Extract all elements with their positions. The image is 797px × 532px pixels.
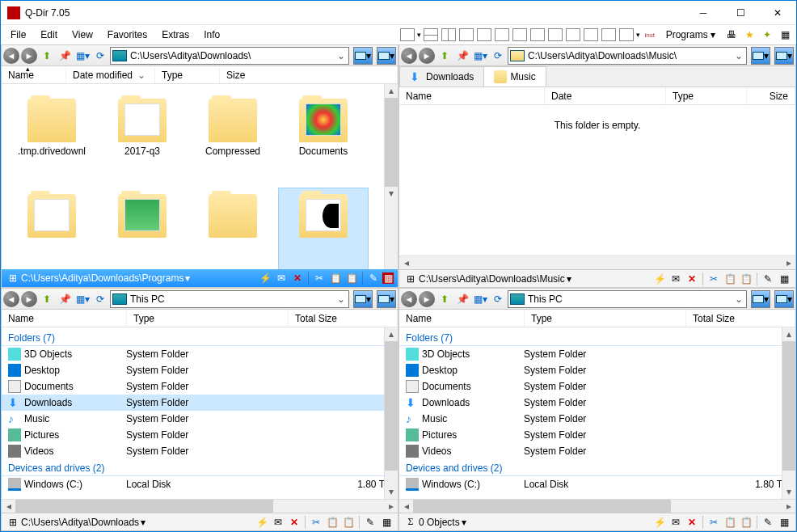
grid-icon[interactable]: ▦ (777, 272, 791, 286)
menu-info[interactable]: Info (197, 27, 226, 42)
tree-icon[interactable]: ⊞ (6, 271, 20, 285)
flash-icon[interactable]: ⚡ (652, 515, 667, 530)
refresh-icon[interactable]: ⟳ (490, 48, 506, 64)
col-type[interactable]: Type (127, 310, 289, 327)
folder-item[interactable]: Compressed (188, 92, 278, 188)
list-item[interactable]: Pictures System Folder (2, 427, 398, 443)
view-options-icon[interactable]: ▦▾ (74, 48, 91, 64)
paste-icon[interactable]: 📋 (739, 272, 753, 286)
col-date[interactable]: Date modified⌄ (66, 66, 155, 83)
tree-icon[interactable]: ⊞ (403, 272, 418, 286)
list-item[interactable]: Music System Folder (399, 411, 795, 427)
layout-4a-icon[interactable] (530, 28, 545, 41)
col-name[interactable]: Name (399, 310, 525, 327)
layout-4e-icon[interactable] (601, 28, 616, 41)
forward-button[interactable]: ► (419, 291, 435, 307)
list-item[interactable]: Downloads System Folder (2, 395, 398, 411)
layout-2h-icon[interactable] (424, 28, 438, 41)
edit-icon[interactable]: ✎ (366, 271, 381, 285)
layout-4d-icon[interactable] (584, 28, 598, 41)
copy-icon[interactable]: 📋 (723, 515, 737, 530)
tab-downloads[interactable]: Downloads (399, 66, 484, 87)
maximize-button[interactable]: ☐ (722, 1, 759, 25)
col-name[interactable]: Name (2, 310, 127, 327)
folder-item-selected[interactable] (278, 188, 369, 269)
layout-3d-icon[interactable] (512, 28, 527, 41)
layout-4b-icon[interactable] (548, 28, 563, 41)
col-total[interactable]: Total Size (686, 310, 795, 327)
pin-icon[interactable]: 📌 (454, 48, 470, 64)
list-item[interactable]: Desktop System Folder (399, 362, 795, 378)
view-btn-a[interactable]: ▾ (751, 290, 770, 308)
up-icon[interactable]: ⬆ (436, 291, 453, 307)
layout-4f-icon[interactable] (619, 28, 634, 41)
folder-item[interactable] (188, 188, 278, 269)
tab-music[interactable]: Music (483, 66, 546, 87)
refresh-icon[interactable]: ⟳ (92, 291, 108, 307)
list-item[interactable]: Downloads System Folder (399, 395, 795, 411)
copy-icon[interactable]: 📋 (723, 272, 737, 286)
list-item[interactable]: Pictures System Folder (399, 427, 795, 443)
view-options-icon[interactable]: ▦▾ (472, 48, 488, 64)
folder-item[interactable] (97, 188, 188, 269)
view-options-icon[interactable]: ▦▾ (472, 291, 488, 307)
menu-edit[interactable]: Edit (34, 27, 64, 42)
view-btn-a[interactable]: ▾ (751, 47, 770, 65)
mail-icon[interactable]: ✉ (271, 515, 285, 530)
edit-icon[interactable]: ✎ (761, 272, 775, 286)
tool-icon[interactable]: ▦ (777, 27, 793, 43)
forward-button[interactable]: ► (419, 48, 435, 64)
col-size[interactable]: Size (747, 87, 795, 104)
paste-icon[interactable]: 📋 (739, 515, 753, 530)
view-btn-a[interactable]: ▾ (353, 47, 373, 65)
scrollbar-vertical[interactable]: ▴▾ (384, 84, 398, 269)
print-icon[interactable]: 🖶 (723, 27, 740, 43)
address-dropdown-icon[interactable]: ⌄ (335, 50, 347, 61)
pane-body[interactable]: Folders (7) 3D Objects System Folder Des… (2, 327, 398, 499)
pane-body[interactable]: This folder is empty. (399, 105, 795, 255)
copy-icon[interactable]: 📋 (328, 271, 343, 285)
flash-icon[interactable]: ⚡ (652, 272, 667, 286)
col-name[interactable]: Name (399, 87, 545, 104)
menu-programs[interactable]: Programs ▾ (660, 27, 722, 42)
grid-icon[interactable]: ▦ (379, 515, 394, 530)
list-item[interactable]: Videos System Folder (399, 443, 795, 459)
delete-icon[interactable]: ✕ (287, 515, 302, 530)
menu-favorites[interactable]: Favorites (101, 27, 154, 42)
layout-1-icon[interactable] (400, 28, 415, 41)
list-item[interactable]: Documents System Folder (399, 378, 795, 395)
layout-3c-icon[interactable] (495, 28, 509, 41)
refresh-icon[interactable]: ⟳ (92, 48, 108, 64)
list-item[interactable]: Windows (C:) Local Disk 1.80 T (2, 476, 398, 492)
scrollbar-horizontal[interactable]: ◂▸ (2, 499, 398, 513)
view-options-icon[interactable]: ▦▾ (74, 291, 91, 307)
pin-icon[interactable]: 📌 (454, 291, 470, 307)
group-folders[interactable]: Folders (7) (2, 329, 398, 346)
cut-icon[interactable]: ✂ (309, 515, 323, 530)
mail-icon[interactable]: ✉ (274, 271, 289, 285)
folder-item[interactable] (6, 188, 97, 269)
address-input[interactable] (526, 50, 733, 61)
mail-icon[interactable]: ✉ (668, 515, 683, 530)
view-btn-b[interactable]: ▾ (377, 290, 396, 308)
col-size[interactable]: Size (220, 66, 398, 83)
scrollbar-horizontal[interactable]: ◂▸ (399, 255, 795, 269)
address-bar[interactable]: ⌄ (110, 47, 349, 65)
back-button[interactable]: ◄ (3, 48, 19, 64)
address-input[interactable] (129, 293, 335, 305)
minimize-button[interactable]: ─ (685, 1, 722, 25)
sigma-icon[interactable] (403, 515, 418, 530)
favorite-icon[interactable]: ★ (741, 27, 757, 43)
list-item[interactable]: Desktop System Folder (2, 362, 398, 378)
edit-icon[interactable]: ✎ (363, 515, 377, 530)
grid-icon[interactable]: ▦ (382, 272, 394, 284)
mail-icon[interactable]: ✉ (668, 272, 683, 286)
refresh-icon[interactable]: ⟳ (490, 291, 506, 307)
up-icon[interactable]: ⬆ (436, 48, 453, 64)
address-input[interactable] (526, 293, 733, 305)
group-folders[interactable]: Folders (7) (399, 329, 795, 346)
flash-icon[interactable]: ⚡ (258, 271, 272, 285)
cut-icon[interactable]: ✂ (312, 271, 327, 285)
layout-3b-icon[interactable] (477, 28, 491, 41)
list-item[interactable]: Windows (C:) Local Disk 1.80 T (399, 476, 795, 492)
